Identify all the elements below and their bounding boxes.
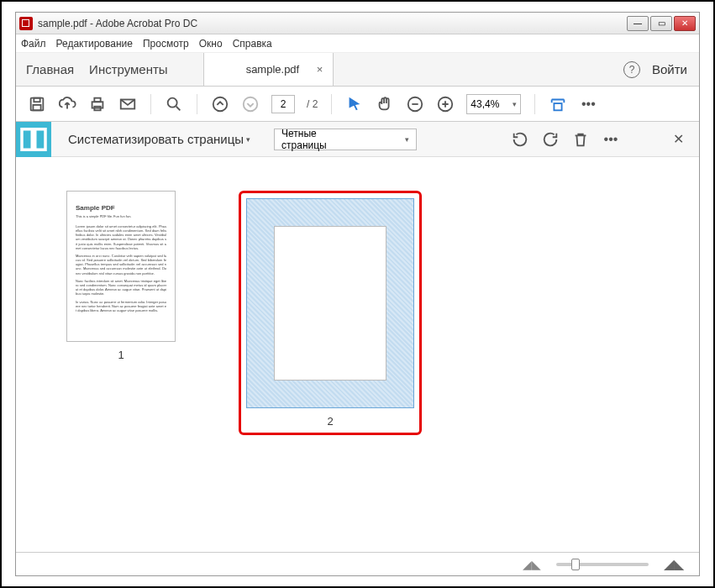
close-button[interactable]: ✕ [674, 16, 696, 31]
zoom-out-icon[interactable] [406, 95, 424, 113]
document-tab-label: sample.pdf [246, 63, 300, 76]
cloud-upload-icon[interactable] [58, 95, 76, 113]
page-number-input[interactable] [271, 95, 295, 113]
hand-tool-icon[interactable] [376, 95, 394, 113]
zoom-in-icon[interactable] [436, 95, 455, 113]
svg-point-9 [244, 97, 258, 111]
menubar: Файл Редактирование Просмотр Окно Справк… [16, 34, 699, 53]
app-icon [19, 17, 33, 30]
tab-home[interactable]: Главная [26, 62, 74, 76]
zoom-select[interactable]: 43,4% [466, 94, 521, 114]
svg-point-7 [168, 97, 177, 107]
toolbar: / 2 43,4% ••• [16, 87, 699, 122]
rotate-right-icon[interactable] [541, 130, 560, 149]
zoom-small-icon[interactable]: ◢◣ [523, 558, 541, 571]
menu-file[interactable]: Файл [21, 38, 46, 50]
page-down-icon[interactable] [241, 95, 260, 113]
login-button[interactable]: Войти [652, 62, 687, 76]
page-thumbnails-area: Sample PDF This is a simple PDF file. Fu… [16, 157, 699, 552]
page-up-icon[interactable] [211, 95, 229, 113]
tabbar: Главная Инструменты sample.pdf × ? Войти [16, 53, 699, 87]
page-total-label: / 2 [307, 98, 318, 110]
svg-point-8 [213, 97, 228, 111]
page-thumbnail-2[interactable] [246, 198, 414, 408]
svg-rect-1 [34, 97, 39, 102]
page-thumbnail-1-wrap: Sample PDF This is a simple PDF file. Fu… [66, 191, 176, 361]
window-title: sample.pdf - Adobe Acrobat Pro DC [38, 18, 627, 29]
slider-thumb-icon[interactable] [571, 559, 580, 570]
close-icon[interactable]: × [317, 63, 323, 76]
menu-edit[interactable]: Редактирование [56, 38, 133, 50]
blank-page-icon [274, 226, 386, 381]
organize-bar: Систематизировать страницы Четные страни… [16, 122, 699, 157]
more-icon[interactable]: ••• [579, 95, 597, 113]
zoom-large-icon[interactable]: ◢◣ [664, 556, 684, 572]
svg-rect-14 [35, 129, 45, 150]
delete-icon[interactable] [571, 130, 590, 149]
selection-highlight: 2 [239, 191, 422, 435]
fit-width-icon[interactable] [549, 95, 567, 113]
maximize-button[interactable]: ▭ [650, 16, 672, 31]
window-controls: — ▭ ✕ [627, 16, 696, 31]
organize-pages-dropdown[interactable]: Систематизировать страницы [68, 132, 250, 146]
minimize-button[interactable]: — [627, 16, 649, 31]
menu-window[interactable]: Окно [199, 38, 223, 50]
tab-tools[interactable]: Инструменты [89, 62, 168, 76]
svg-rect-13 [22, 129, 32, 150]
search-icon[interactable] [165, 95, 183, 113]
select-tool-icon[interactable] [345, 95, 364, 113]
save-icon[interactable] [28, 95, 46, 113]
page-filter-select[interactable]: Четные страницы [274, 129, 417, 150]
organize-pages-icon [16, 122, 51, 157]
zoom-slider[interactable] [556, 563, 649, 566]
email-icon[interactable] [118, 95, 137, 113]
document-tab[interactable]: sample.pdf × [203, 53, 334, 86]
page-thumbnail-1[interactable]: Sample PDF This is a simple PDF file. Fu… [66, 191, 176, 342]
more-options-icon[interactable]: ••• [602, 130, 620, 149]
statusbar: ◢◣ ◢◣ [16, 552, 699, 575]
menu-help[interactable]: Справка [233, 38, 272, 50]
page-number-2: 2 [327, 415, 333, 428]
menu-view[interactable]: Просмотр [143, 38, 189, 50]
svg-rect-2 [33, 104, 40, 109]
svg-rect-12 [555, 103, 562, 110]
help-icon[interactable]: ? [623, 61, 640, 78]
titlebar: sample.pdf - Adobe Acrobat Pro DC — ▭ ✕ [16, 13, 699, 34]
close-panel-icon[interactable]: ✕ [669, 130, 687, 149]
print-icon[interactable] [88, 95, 107, 113]
rotate-left-icon[interactable] [511, 130, 529, 149]
page-number-1: 1 [118, 349, 124, 361]
svg-rect-4 [94, 97, 100, 102]
